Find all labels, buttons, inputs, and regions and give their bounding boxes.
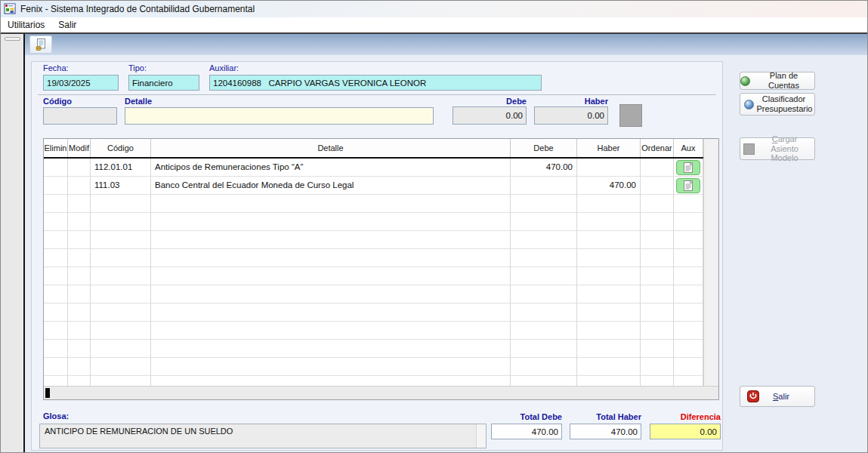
cell-elimin [44, 213, 68, 231]
salir-label: Salir [773, 392, 789, 402]
detalle-input[interactable] [125, 107, 434, 125]
cell-modif [68, 159, 91, 177]
cell-modif [68, 322, 91, 340]
panel-grip-handle[interactable] [5, 37, 20, 41]
haber-input[interactable] [534, 106, 608, 125]
new-entry-button[interactable] [29, 35, 52, 54]
table-row-empty [44, 249, 703, 267]
diferencia-input[interactable] [650, 424, 721, 439]
cell-modif [68, 177, 91, 195]
entry-form-panel: Fecha: Tipo: Auxiliar: Código Detalle De… [31, 61, 723, 451]
cell-modif [68, 249, 91, 267]
glosa-scrollbar[interactable] [476, 424, 486, 448]
column-header-ordenar: Ordenar [641, 139, 674, 157]
cell-elimin [44, 376, 68, 386]
clasificador-presupuestario-button[interactable]: Clasificador Presupuestario [740, 93, 815, 116]
haber-label: Haber [534, 97, 608, 106]
debe-input[interactable] [453, 106, 527, 125]
cell-codigo [91, 285, 151, 304]
cell-haber: 470.00 [577, 177, 641, 195]
cell-debe [511, 249, 577, 267]
cell-aux [674, 322, 703, 340]
add-line-button[interactable] [619, 104, 642, 127]
aux-button[interactable] [676, 178, 700, 193]
cell-aux [674, 285, 703, 304]
table-row[interactable]: 111.03Banco Central del Ecuador Moneda d… [44, 177, 703, 195]
cell-elimin [44, 177, 68, 195]
cell-ordenar [641, 358, 674, 376]
table-row-empty [44, 304, 703, 322]
tipo-input[interactable] [128, 75, 199, 91]
plan-de-cuentas-button[interactable]: Plan de Cuentas [740, 72, 815, 90]
app-icon [4, 3, 16, 15]
table-row[interactable]: 112.01.01Anticipos de Remuneraciones Tip… [44, 159, 703, 177]
table-horizontal-scrollbar[interactable] [44, 386, 718, 399]
total-haber-label: Total Haber [570, 412, 641, 421]
scrollbar-thumb[interactable] [45, 388, 50, 398]
fecha-input[interactable] [43, 75, 119, 91]
table-row-empty [44, 285, 703, 304]
cell-debe [511, 213, 577, 231]
cell-haber [577, 231, 641, 249]
cell-modif [68, 358, 91, 376]
cell-elimin [44, 304, 68, 322]
cell-modif [68, 195, 91, 213]
cell-debe: 470.00 [511, 159, 577, 177]
total-haber-input[interactable] [570, 424, 641, 439]
cell-elimin [44, 231, 68, 249]
auxiliar-label: Auxiliar: [209, 63, 239, 72]
total-debe-input[interactable] [491, 424, 562, 439]
cell-detalle [151, 249, 511, 267]
cell-detalle [151, 376, 511, 386]
left-collapsed-panel[interactable] [1, 34, 23, 453]
journal-entry-document-icon [34, 38, 48, 51]
cell-codigo [91, 340, 151, 358]
cell-aux [674, 340, 703, 358]
glosa-input[interactable]: ANTICIPO DE REMUNERACION DE UN SUELDO [39, 424, 487, 448]
cell-haber [577, 304, 641, 322]
cell-debe [511, 285, 577, 304]
column-header-haber: Haber [577, 139, 641, 157]
cell-haber [577, 249, 641, 267]
cell-detalle [151, 304, 511, 322]
table-row-empty [44, 231, 703, 249]
detalle-label: Detalle [125, 97, 152, 106]
cell-detalle [151, 213, 511, 231]
cell-ordenar [641, 177, 674, 195]
codigo-input[interactable] [43, 107, 117, 125]
aux-button[interactable] [676, 160, 700, 175]
cell-ordenar [641, 304, 674, 322]
cell-elimin [44, 340, 68, 358]
cell-elimin [44, 249, 68, 267]
column-header-debe: Debe [511, 139, 577, 157]
entries-table: EliminModifCódigoDetalleDebeHaberOrdenar… [43, 138, 719, 400]
auxiliar-input[interactable] [209, 75, 542, 91]
column-header-detalle: Detalle [151, 139, 511, 157]
main-content: Fecha: Tipo: Auxiliar: Código Detalle De… [25, 55, 868, 453]
menu-utilitarios[interactable]: Utilitarios [1, 18, 51, 32]
cargar-asiento-modelo-button[interactable]: Cargar Asiento Modelo [740, 137, 815, 160]
clasificador-presupuestario-label: Clasificador Presupuestario [757, 94, 811, 113]
cell-aux [674, 213, 703, 231]
cell-detalle [151, 322, 511, 340]
cell-ordenar [641, 285, 674, 304]
cell-aux [674, 231, 703, 249]
cell-aux [674, 159, 703, 177]
cell-ordenar [641, 376, 674, 386]
title-bar: Fenix - Sistema Integrado de Contabilida… [1, 1, 868, 17]
salir-button[interactable]: Salir [740, 386, 815, 407]
cargar-asiento-modelo-label: Cargar Asiento Modelo [758, 134, 812, 163]
total-debe-label: Total Debe [491, 412, 562, 421]
cell-codigo [91, 376, 151, 386]
tipo-label: Tipo: [128, 63, 147, 72]
table-vertical-scrollbar[interactable] [703, 139, 718, 386]
cell-haber [577, 340, 641, 358]
cell-debe [511, 267, 577, 285]
menu-salir[interactable]: Salir [51, 18, 83, 32]
cell-haber [577, 195, 641, 213]
cell-ordenar [641, 267, 674, 285]
menu-bar: Utilitarios Salir [1, 17, 868, 32]
cell-elimin [44, 322, 68, 340]
cell-debe [511, 177, 577, 195]
cell-modif [68, 340, 91, 358]
